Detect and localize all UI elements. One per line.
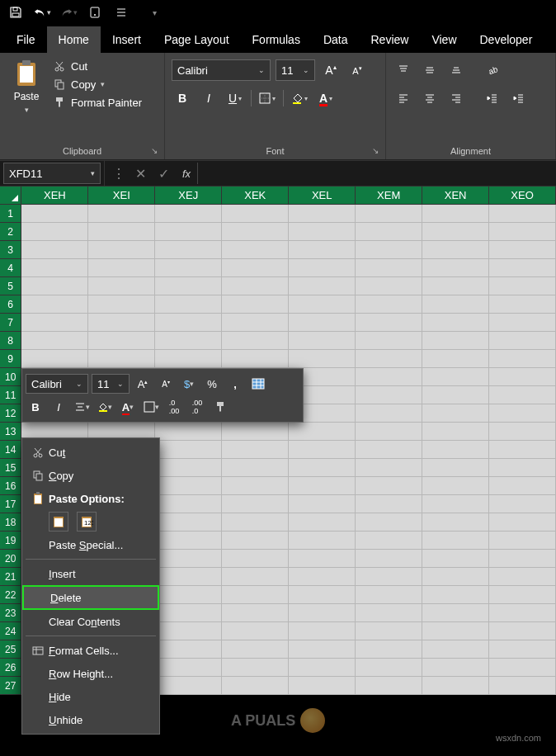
row-header[interactable]: 3 [0, 241, 21, 259]
tab-review[interactable]: Review [360, 26, 421, 53]
paste-button[interactable]: Paste ▾ [7, 56, 46, 114]
ctx-row-height[interactable]: Row Height... [22, 662, 159, 685]
cell[interactable] [356, 495, 422, 513]
cell[interactable] [489, 386, 556, 404]
cell[interactable] [489, 277, 556, 295]
font-size-combo[interactable]: 11 ⌄ [276, 59, 315, 81]
cell[interactable] [222, 568, 289, 586]
cell[interactable] [289, 441, 356, 459]
copy-button[interactable]: Copy ▾ [53, 78, 142, 91]
cell[interactable] [289, 259, 356, 277]
cell[interactable] [21, 314, 88, 332]
select-all-corner[interactable] [0, 187, 21, 205]
cell[interactable] [155, 205, 222, 223]
cell[interactable] [489, 604, 556, 622]
cell[interactable] [155, 459, 222, 477]
cell[interactable] [289, 277, 356, 295]
cell[interactable] [289, 604, 356, 622]
cell[interactable] [356, 277, 422, 295]
mini-decrease-decimal-button[interactable]: .00.0 [187, 397, 207, 417]
col-header[interactable]: XEO [489, 187, 556, 205]
cell[interactable] [21, 241, 88, 259]
tab-data[interactable]: Data [312, 26, 360, 53]
decrease-indent-button[interactable] [482, 87, 503, 109]
cell[interactable] [422, 477, 489, 495]
cell[interactable] [489, 550, 556, 568]
mini-borders-button[interactable]: ▾ [141, 397, 161, 417]
cell[interactable] [289, 586, 356, 604]
cell[interactable] [222, 622, 289, 640]
cell[interactable] [222, 532, 289, 550]
dialog-launcher-icon[interactable]: ↘ [372, 146, 382, 156]
ctx-format-cells[interactable]: Format Cells... [22, 639, 159, 662]
cell[interactable] [88, 277, 155, 295]
cell[interactable] [88, 350, 155, 368]
cell[interactable] [222, 295, 289, 314]
cell[interactable] [422, 223, 489, 241]
cell[interactable] [422, 568, 489, 586]
tab-page-layout[interactable]: Page Layout [153, 26, 241, 53]
cell[interactable] [422, 550, 489, 568]
cell[interactable] [155, 568, 222, 586]
cell[interactable] [155, 423, 222, 441]
cell[interactable] [155, 495, 222, 513]
touch-mode-icon[interactable] [86, 3, 104, 21]
align-middle-button[interactable] [419, 59, 441, 81]
cut-button[interactable]: Cut [53, 59, 142, 73]
cell[interactable] [289, 205, 356, 223]
cell[interactable] [489, 259, 556, 277]
cell[interactable] [489, 332, 556, 350]
cell[interactable] [155, 295, 222, 314]
row-header[interactable]: 11 [0, 386, 21, 404]
cell[interactable] [422, 350, 489, 368]
cell[interactable] [422, 259, 489, 277]
cell[interactable] [222, 332, 289, 350]
cell[interactable] [222, 477, 289, 495]
cell[interactable] [155, 223, 222, 241]
customize-qat-icon[interactable]: ▾ [145, 3, 163, 21]
mini-fill-button[interactable]: ▾ [95, 397, 115, 417]
ctx-copy[interactable]: Copy [22, 464, 159, 487]
cell[interactable] [88, 314, 155, 332]
cell[interactable] [422, 332, 489, 350]
paste-keep-formatting-button[interactable] [49, 512, 68, 532]
align-left-button[interactable] [393, 87, 414, 109]
cell[interactable] [489, 368, 556, 386]
save-icon[interactable] [7, 3, 25, 21]
mini-accounting-button[interactable]: $▾ [179, 374, 199, 394]
cell[interactable] [289, 223, 356, 241]
row-header[interactable]: 6 [0, 295, 21, 314]
row-header[interactable]: 15 [0, 459, 21, 477]
cell[interactable] [289, 477, 356, 495]
cell[interactable] [21, 259, 88, 277]
cell[interactable] [356, 314, 422, 332]
cell[interactable] [489, 423, 556, 441]
cell[interactable] [422, 513, 489, 532]
name-box[interactable]: XFD11 ▾ [3, 163, 101, 184]
cell[interactable] [155, 477, 222, 495]
row-header[interactable]: 27 [0, 677, 21, 695]
row-header[interactable]: 25 [0, 640, 21, 659]
row-header[interactable]: 19 [0, 532, 21, 550]
cell[interactable] [21, 223, 88, 241]
cell[interactable] [356, 404, 422, 423]
cell[interactable] [155, 604, 222, 622]
borders-button[interactable]: ▾ [257, 87, 278, 109]
paste-values-button[interactable]: 123 [77, 512, 97, 532]
cell[interactable] [356, 241, 422, 259]
increase-indent-button[interactable] [508, 87, 530, 109]
align-bottom-button[interactable] [445, 59, 467, 81]
ctx-cut[interactable]: Cut [22, 441, 159, 464]
cell[interactable] [422, 423, 489, 441]
col-header[interactable]: XEI [88, 187, 155, 205]
cell[interactable] [155, 677, 222, 695]
cell[interactable] [289, 350, 356, 368]
cell[interactable] [222, 604, 289, 622]
italic-button[interactable]: I [198, 87, 219, 109]
cell[interactable] [489, 586, 556, 604]
cell[interactable] [356, 423, 422, 441]
insert-function-button[interactable]: fx [176, 163, 197, 184]
cell[interactable] [356, 622, 422, 640]
mini-bold-button[interactable]: B [26, 397, 45, 417]
cell[interactable] [422, 205, 489, 223]
